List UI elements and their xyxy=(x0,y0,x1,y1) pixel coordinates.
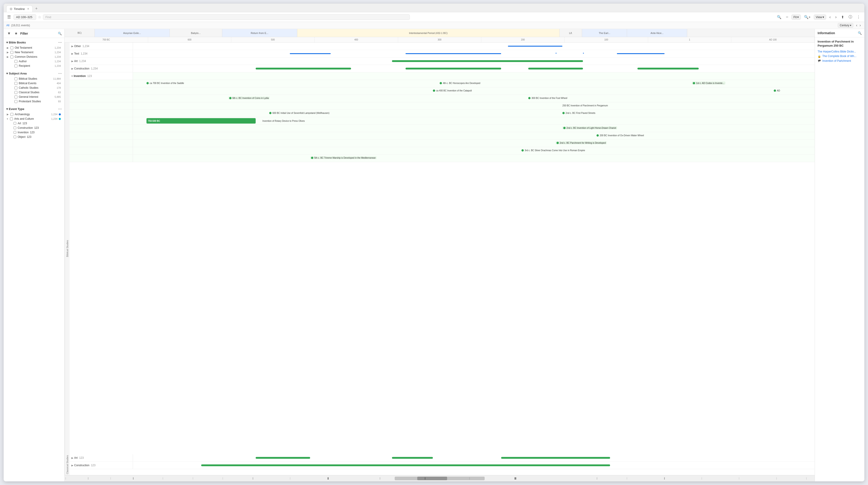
filter-biblical-events[interactable]: Biblical Events 404 xyxy=(6,81,62,86)
filter-art-sub[interactable]: Art 123 xyxy=(6,121,62,125)
filter-catholic-studies[interactable]: Catholic Studies 178 xyxy=(6,86,62,90)
event-coins[interactable]: 6th c. BC Invention of Coins in Lydia xyxy=(228,97,270,99)
event-trireme[interactable]: 5th c. BC Trireme Warship is Developed i… xyxy=(310,156,377,159)
text-row-name: Text xyxy=(74,52,79,55)
event-catapult[interactable]: ca 400 BC Invention of the Catapult xyxy=(433,89,472,92)
invention-row10-bars: 5th c. BC Trireme Warship is Developed i… xyxy=(133,154,815,162)
art-classical-bar-3[interactable] xyxy=(501,457,610,459)
filter-new-testament[interactable]: ▶ New Testament 1,234 xyxy=(6,50,62,55)
info-link-harpercollins[interactable]: The HarperCollins Bible Dictio... xyxy=(817,50,862,53)
event-type-more[interactable]: ⋯ xyxy=(58,107,62,111)
info-item-invention[interactable]: 🏴 Invention of Partchment xyxy=(817,59,862,63)
construction-bar-1[interactable] xyxy=(256,68,351,69)
event-ad[interactable]: AD xyxy=(774,89,780,92)
invention-row1-bars: ca 700 BC Invention of the Saddle 4th c.… xyxy=(133,80,815,87)
period-early: The Earl... xyxy=(582,29,627,37)
invention-row4-label xyxy=(70,102,133,110)
event-type-header[interactable]: ▾ Event Type ⋯ xyxy=(6,106,62,112)
invention-row-8: 2nd c. BC Parchment for Writing is Devel… xyxy=(70,140,815,147)
art-classical-expand[interactable]: ▶ xyxy=(71,456,73,459)
art-biblical-row: ▶ Art 1,234 xyxy=(70,57,815,65)
bible-books-header[interactable]: ▾ Bible Books ⋯ xyxy=(6,39,62,46)
subject-area-more[interactable]: ⋯ xyxy=(58,71,62,76)
filter-old-testament[interactable]: ▶ Old Testament 1,234 xyxy=(6,46,62,50)
filter-recipient[interactable]: Recipient 1,234 xyxy=(6,64,62,68)
text-dot-1[interactable] xyxy=(556,53,557,54)
bar-750-500bc[interactable]: 750-500 BC xyxy=(147,118,256,123)
event-chariot[interactable]: 2nd c. BC Invention of Light Horse-Drawn… xyxy=(562,126,617,130)
filter-object-sub[interactable]: Object 123 xyxy=(6,135,62,139)
new-tab-button[interactable]: + xyxy=(33,5,39,12)
timeline-prev-btn[interactable]: ‹ xyxy=(855,23,858,28)
filter-icon[interactable]: ▼ xyxy=(6,31,12,36)
tab-close-btn[interactable]: ✕ xyxy=(27,7,29,10)
timeline-next-btn[interactable]: › xyxy=(859,23,862,28)
art-expand[interactable]: ▶ xyxy=(71,60,73,63)
more-options-icon[interactable]: ⋮ xyxy=(855,14,862,20)
other-bar-1[interactable] xyxy=(508,46,562,47)
century-dropdown[interactable]: Century ▾ xyxy=(838,23,853,28)
text-expand[interactable]: ▶ xyxy=(71,52,73,55)
fit-button[interactable]: Fit ▾ xyxy=(792,15,801,20)
construction-classical-expand[interactable]: ▶ xyxy=(71,464,73,467)
event-drachmas[interactable]: 3rd c. BC Silver Drachmas Come Into Use … xyxy=(522,149,585,152)
star-icon[interactable]: ★ xyxy=(13,31,19,36)
upload-icon[interactable]: ⬆ xyxy=(840,14,845,20)
event-waterwheel[interactable]: 200 BC Invention of Ox-Driven Water Whee… xyxy=(596,134,644,137)
event-horoscopes[interactable]: 4th c. BC Horoscopes Are Developed xyxy=(440,82,480,84)
text-bar-3[interactable] xyxy=(617,53,664,54)
text-dot-2[interactable] xyxy=(583,53,584,54)
subject-area-header[interactable]: ▾ Subject Area ⋯ xyxy=(6,70,62,77)
all-label[interactable]: All xyxy=(6,24,9,27)
zoom-in-icon[interactable]: 🔍+ xyxy=(803,14,812,20)
search-icon[interactable]: 🔍 xyxy=(776,14,783,20)
event-pavedstreets[interactable]: 2nd c. BC First Paved Streets xyxy=(562,112,595,114)
event-codex[interactable]: 1st c. AD Codex is Invente... xyxy=(692,82,725,85)
filter-common-divisions[interactable]: ▶ Common Divisions 1,234 xyxy=(6,55,62,59)
filter-general-interest[interactable]: General Interest 5,885 xyxy=(6,94,62,99)
info-icon[interactable]: ⓘ xyxy=(847,14,854,20)
art-bar-1[interactable] xyxy=(392,60,583,62)
next-nav-icon[interactable]: › xyxy=(834,14,838,20)
event-lampstand[interactable]: 600 BC Initial Use of Sevenfold Lampstan… xyxy=(269,112,329,114)
view-button[interactable]: View ▾ xyxy=(814,15,826,20)
info-item-completebook[interactable]: 🔒 The Complete Book of Wh... xyxy=(817,55,862,58)
text-bar-1[interactable] xyxy=(290,53,331,54)
invention-bar-row-bars: 750-500 BC Invention of Rotary Device to… xyxy=(133,117,815,124)
event-parchment-writing[interactable]: 2nd c. BC Parchment for Writing is Devel… xyxy=(556,141,607,144)
construction-classical-bar-1[interactable] xyxy=(201,464,610,466)
sidebar-search-btn[interactable]: 🔍 xyxy=(58,32,62,35)
find-input[interactable]: Find xyxy=(43,14,410,20)
timeline-tab[interactable]: ⊙ Timeline ✕ xyxy=(6,5,33,12)
right-panel-search-btn[interactable]: 🔍 xyxy=(858,31,862,35)
other-expand[interactable]: ▶ xyxy=(71,45,73,48)
menu-icon[interactable]: ☰ xyxy=(6,13,12,20)
overview-thumb-2[interactable] xyxy=(417,477,447,480)
filter-arts-culture[interactable]: ▾ Arts and Culture 1,234 xyxy=(6,117,62,121)
construction-expand[interactable]: ▶ xyxy=(71,67,73,70)
art-classical-bar-2[interactable] xyxy=(392,457,433,459)
filter-invention-sub[interactable]: Invention 123 xyxy=(6,130,62,135)
overview-marks[interactable] xyxy=(66,477,814,480)
bible-books-more[interactable]: ⋯ xyxy=(58,40,62,45)
prev-nav-icon[interactable]: ‹ xyxy=(828,14,832,20)
zoom-out-icon[interactable]: − xyxy=(784,14,790,20)
construction-row-name: Construction xyxy=(74,67,89,70)
construction-bar-2[interactable] xyxy=(405,68,501,69)
filter-construction-sub[interactable]: Construction 123 xyxy=(6,125,62,130)
invention-expand[interactable]: ▾ xyxy=(71,75,73,78)
filter-classical-studies[interactable]: Classical Studies 63 xyxy=(6,90,62,94)
filter-author[interactable]: Author 1,234 xyxy=(6,59,62,64)
art-classical-bar-1[interactable] xyxy=(256,457,310,459)
construction-bar-3[interactable] xyxy=(528,68,583,69)
filter-protestant-studies[interactable]: Protestant Studies 93 xyxy=(6,99,62,104)
text-bar-2[interactable] xyxy=(405,53,501,54)
event-parchment[interactable]: 250 BC Invention of Parchment in Pergamu… xyxy=(562,104,608,107)
filter-archaeology[interactable]: ▶ Archaeology 1,234 xyxy=(6,112,62,117)
star-icon[interactable]: ☆ xyxy=(38,15,41,19)
construction-bar-4[interactable] xyxy=(638,68,699,69)
event-rotary[interactable]: Invention of Rotary Device to Press Oliv… xyxy=(262,120,305,122)
filter-biblical-studies[interactable]: Biblical Studies 11,884 xyxy=(6,77,62,81)
event-saddle[interactable]: ca 700 BC Invention of the Saddle xyxy=(147,82,184,84)
event-footwheel[interactable]: 300 BC Invention of the Foot Wheel xyxy=(528,97,567,99)
